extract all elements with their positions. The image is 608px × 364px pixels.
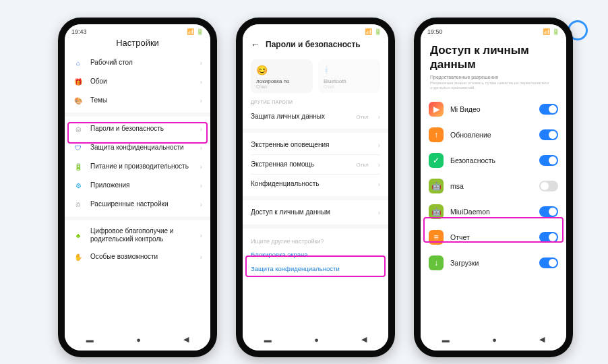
back-button[interactable]: ← [251, 39, 260, 50]
app-update[interactable]: ↑ Обновление [421, 122, 566, 148]
link-screen-lock[interactable]: Блокировка экрана [243, 247, 388, 262]
section-other-passwords: Другие пароли [243, 94, 388, 107]
bluetooth-icon: ᚼ [324, 65, 375, 75]
smile-icon: 😊 [256, 65, 307, 75]
chevron-right-icon: › [200, 163, 202, 171]
app-label: MiuiDaemon [450, 208, 533, 216]
row-emergency-help[interactable]: Экстренная помощь Откл › [243, 155, 388, 174]
chevron-right-icon: › [378, 142, 380, 149]
download-icon: ↓ [429, 255, 444, 270]
phone-personal-data-access: 19:50 📶🔋 Доступ к личным данным Предоста… [414, 18, 573, 357]
chevron-right-icon: › [200, 59, 202, 67]
toggle-switch[interactable] [539, 104, 558, 115]
row-confidentiality[interactable]: Конфиденциальность › [243, 175, 388, 193]
nav-recent[interactable]: ▬ [264, 336, 272, 344]
nav-home[interactable]: ● [492, 336, 497, 344]
card-sub: Откл [324, 84, 375, 89]
chevron-right-icon: › [378, 161, 380, 169]
row-passwords-security[interactable]: ◎ Пароли и безопасность › [65, 119, 210, 138]
chevron-right-icon: › [200, 125, 202, 133]
row-personal-data-access[interactable]: Доступ к личным данным › [243, 203, 388, 222]
status-icons: 📶🔋 [543, 28, 559, 35]
row-home-screen[interactable]: ⌂ Рабочий стол › [65, 53, 210, 72]
app-msa[interactable]: 🤖 msa [421, 173, 566, 199]
toggle-switch[interactable] [539, 257, 558, 268]
accessibility-icon: ✋ [73, 251, 84, 262]
play-icon: ▶ [429, 102, 444, 117]
row-themes[interactable]: 🎨 Темы › [65, 91, 210, 110]
chevron-right-icon: › [200, 182, 202, 189]
toggle-switch[interactable] [539, 129, 558, 140]
phone-settings: 19:43 📶🔋 Настройки ⌂ Рабочий стол › 🎁 Об… [58, 18, 217, 357]
row-protect-personal[interactable]: Защита личных данных Откл › [243, 107, 388, 126]
row-privacy[interactable]: 🛡 Защита конфиденциальности › [65, 138, 210, 157]
row-label: Питание и производительность [90, 162, 193, 171]
sliders-icon: ⛭ [73, 199, 84, 210]
nav-recent[interactable]: ▬ [442, 336, 450, 344]
app-miui-daemon[interactable]: 🤖 MiuiDaemon [421, 199, 566, 224]
status-bar: 📶🔋 [243, 24, 388, 36]
row-label: Особые возможности [90, 253, 193, 261]
chevron-right-icon: › [200, 201, 202, 208]
row-label: Расширенные настройки [90, 200, 193, 208]
nav-recent[interactable]: ▬ [86, 336, 94, 344]
card-bluetooth[interactable]: ᚼ Bluetooth Откл [318, 59, 380, 93]
nav-home[interactable]: ● [136, 336, 141, 344]
android-icon: 🤖 [429, 204, 444, 219]
chevron-right-icon: › [378, 209, 380, 216]
app-report[interactable]: ≡ Отчет [421, 224, 566, 250]
toggle-switch[interactable] [539, 206, 558, 217]
app-downloads[interactable]: ↓ Загрузки [421, 250, 566, 276]
toggle-switch[interactable] [539, 155, 558, 166]
wallpaper-icon: 🎁 [73, 76, 84, 87]
nav-back[interactable]: ◀ [361, 335, 367, 344]
nav-back[interactable]: ◀ [183, 335, 189, 344]
row-accessibility[interactable]: ✋ Особые возможности › [65, 247, 210, 266]
home-icon: ⌂ [73, 57, 84, 68]
row-label: Конфиденциальность [251, 180, 371, 188]
nav-home[interactable]: ● [314, 336, 319, 344]
link-privacy[interactable]: Защита конфиденциальности [243, 262, 388, 276]
row-label: Пароли и безопасность [90, 125, 193, 133]
app-label: Mi Видео [450, 105, 533, 114]
page-title: Настройки [65, 36, 210, 53]
row-value: Откл [357, 114, 369, 120]
battery-icon: 🔋 [73, 161, 84, 172]
row-apps[interactable]: ⚙ Приложения › [65, 176, 210, 195]
chevron-right-icon: › [378, 113, 380, 121]
card-lock[interactable]: 😊 локировка по Откл [251, 59, 313, 93]
app-mi-video[interactable]: ▶ Mi Видео [421, 96, 566, 122]
chevron-right-icon: › [378, 181, 380, 188]
row-emergency-alerts[interactable]: Экстренные оповещения › [243, 135, 388, 154]
card-sub: Откл [256, 84, 307, 89]
card-label: локировка по [256, 78, 307, 84]
update-icon: ↑ [429, 127, 444, 142]
card-label: Bluetooth [324, 78, 375, 84]
row-wellbeing[interactable]: ♣ Цифровое благополучие и родительский к… [65, 223, 210, 247]
row-label: Защита личных данных [251, 113, 350, 121]
toggle-switch[interactable] [539, 232, 558, 243]
app-label: Безопасность [450, 156, 533, 165]
android-icon: 🤖 [429, 179, 444, 193]
shield-icon: 🛡 [73, 142, 84, 153]
app-security[interactable]: ✓ Безопасность [421, 148, 566, 173]
row-advanced[interactable]: ⛭ Расширенные настройки › [65, 195, 210, 214]
app-label: Обновление [450, 131, 533, 140]
status-bar: 19:50 📶🔋 [421, 24, 566, 36]
toggle-switch[interactable] [539, 181, 558, 191]
status-bar: 19:43 📶🔋 [65, 24, 210, 36]
row-label: Обои [90, 78, 193, 86]
row-label: Приложения [90, 181, 193, 189]
shield-icon: ✓ [429, 153, 444, 168]
subdesc: Разрешения можно отозвать путём нажатия … [421, 81, 566, 97]
app-label: Загрузки [450, 259, 533, 268]
fingerprint-icon: ◎ [73, 123, 84, 134]
row-wallpaper[interactable]: 🎁 Обои › [65, 72, 210, 91]
nav-back[interactable]: ◀ [539, 335, 545, 344]
report-icon: ≡ [429, 230, 444, 245]
wellbeing-icon: ♣ [73, 230, 84, 241]
status-icons: 📶🔋 [365, 28, 382, 35]
subhead: Предоставленные разрешения [421, 75, 566, 81]
clock: 19:43 [71, 28, 87, 35]
row-battery[interactable]: 🔋 Питание и производительность › [65, 157, 210, 176]
